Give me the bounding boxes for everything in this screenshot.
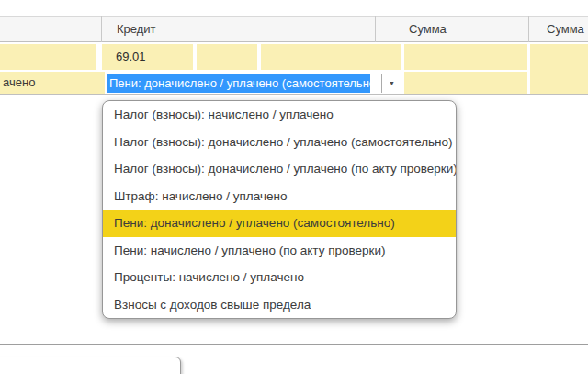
chevron-down-icon: ▼	[389, 80, 395, 86]
operation-form: Кредит Сумма Сумма 69.01 ачено Пени: дон…	[0, 0, 588, 374]
table-cell[interactable]	[0, 44, 96, 70]
combobox-selected-value[interactable]: Пени: доначислено / уплачено (самостояте…	[107, 74, 370, 93]
header-divider	[101, 16, 102, 42]
dropdown-item[interactable]: Пени: начислено / уплачено (по акту пров…	[103, 237, 456, 265]
table-header	[0, 16, 588, 42]
table-bottom-border	[0, 94, 588, 95]
sum-total-cell[interactable]	[530, 44, 588, 94]
table-cell[interactable]	[197, 44, 257, 70]
dropdown-item[interactable]: Взносы с доходов свыше предела	[103, 291, 456, 319]
column-header-sum-1[interactable]: Сумма	[409, 16, 447, 42]
credit-account-value: 69.01	[102, 44, 193, 70]
header-divider	[375, 16, 376, 42]
table-cell[interactable]	[261, 44, 401, 70]
combobox-dropdown-button[interactable]: ▼	[382, 72, 401, 94]
footer-divider	[0, 344, 588, 345]
column-header-credit[interactable]: Кредит	[117, 16, 156, 42]
header-divider	[528, 16, 529, 42]
dropdown-list: Налог (взносы): начислено / уплачено Нал…	[102, 100, 457, 319]
dropdown-item[interactable]: Налог (взносы): начислено / уплачено	[103, 101, 456, 129]
column-header-sum-2[interactable]: Сумма	[547, 16, 584, 42]
footer-input[interactable]	[0, 357, 181, 374]
debit-subconto-cell[interactable]: ачено	[0, 72, 105, 94]
sum-cell[interactable]	[404, 72, 527, 94]
debit-subconto-text: ачено	[0, 72, 105, 94]
sum-cell[interactable]	[404, 44, 527, 70]
dropdown-item-highlighted[interactable]: Пени: доначислено / уплачено (самостояте…	[103, 210, 456, 237]
dropdown-item[interactable]: Налог (взносы): доначислено / уплачено (…	[103, 155, 456, 183]
dropdown-item[interactable]: Проценты: начислено / уплачено	[103, 264, 456, 291]
dropdown-item[interactable]: Штраф: начислено / уплачено	[103, 183, 456, 210]
credit-account-cell[interactable]: 69.01	[102, 44, 193, 70]
dropdown-item[interactable]: Налог (взносы): доначислено / уплачено (…	[103, 129, 456, 156]
subconto-combobox[interactable]: Пени: доначислено / уплачено (самостояте…	[107, 72, 401, 94]
